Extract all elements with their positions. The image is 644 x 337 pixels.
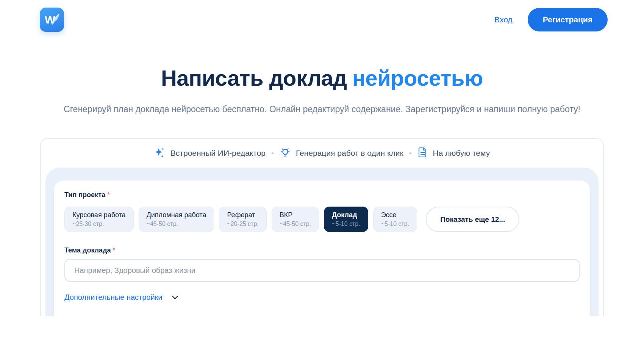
project-type-chip[interactable]: Курсовая работа ~25-30 стр. (64, 207, 134, 232)
main-card: Встроенный ИИ-редактор Генерация работ в… (40, 138, 604, 316)
project-type-chip[interactable]: Доклад ~5-10 стр. (324, 207, 368, 232)
advanced-settings: Дополнительные настройки (64, 292, 580, 302)
project-type-chip[interactable]: ВКР ~45-50 стр. (272, 207, 319, 232)
feature-label: Генерация работ в один клик (296, 149, 403, 158)
sparkles-icon (154, 147, 166, 160)
top-nav: Вход Регистрация (494, 8, 608, 31)
dot-separator (410, 152, 411, 154)
topic-input[interactable] (64, 259, 580, 282)
project-type-chips: Курсовая работа ~25-30 стр. Дипломная ра… (64, 207, 580, 232)
feature-label: Встроенный ИИ-редактор (170, 149, 266, 158)
project-type-chip[interactable]: Дипломная работа ~45-50 стр. (139, 207, 214, 232)
project-type-label: Тип проекта* (64, 191, 110, 199)
project-type-chip[interactable]: Эссе ~5-10 стр. (373, 207, 417, 232)
lightbulb-icon (280, 147, 291, 160)
header: W Вход Регистрация (0, 0, 644, 32)
page-subtitle: Сгенерируй план доклада нейросетью беспл… (53, 102, 591, 117)
form-panel: Тип проекта* Курсовая работа ~25-30 стр.… (45, 168, 599, 316)
advanced-settings-link[interactable]: Дополнительные настройки (64, 293, 163, 302)
page-title-dark: Написать доклад (161, 66, 347, 90)
feature-one-click: Генерация работ в один клик (280, 147, 403, 160)
chevron-down-icon[interactable] (170, 292, 180, 302)
dot-separator (272, 152, 274, 154)
feather-icon (51, 13, 60, 27)
form-card: Тип проекта* Курсовая работа ~25-30 стр.… (54, 180, 590, 316)
feature-label: На любую тему (433, 149, 490, 158)
document-icon (417, 147, 428, 160)
required-asterisk: * (107, 191, 110, 199)
logo[interactable]: W (40, 8, 64, 32)
show-more-button[interactable]: Показать еще 12... (426, 207, 519, 232)
required-asterisk: * (113, 246, 116, 254)
feature-ai-editor: Встроенный ИИ-редактор (154, 147, 266, 160)
login-link[interactable]: Вход (494, 15, 513, 24)
page-title: Написать докладнейросетью (0, 65, 644, 91)
project-type-chip[interactable]: Реферат ~20-25 стр. (219, 207, 266, 232)
topic-label: Тема доклада* (64, 246, 580, 254)
page-title-accent: нейросетью (352, 66, 483, 90)
register-button[interactable]: Регистрация (528, 8, 608, 31)
feature-any-topic: На любую тему (417, 147, 490, 160)
features-bar: Встроенный ИИ-редактор Генерация работ в… (41, 139, 603, 168)
